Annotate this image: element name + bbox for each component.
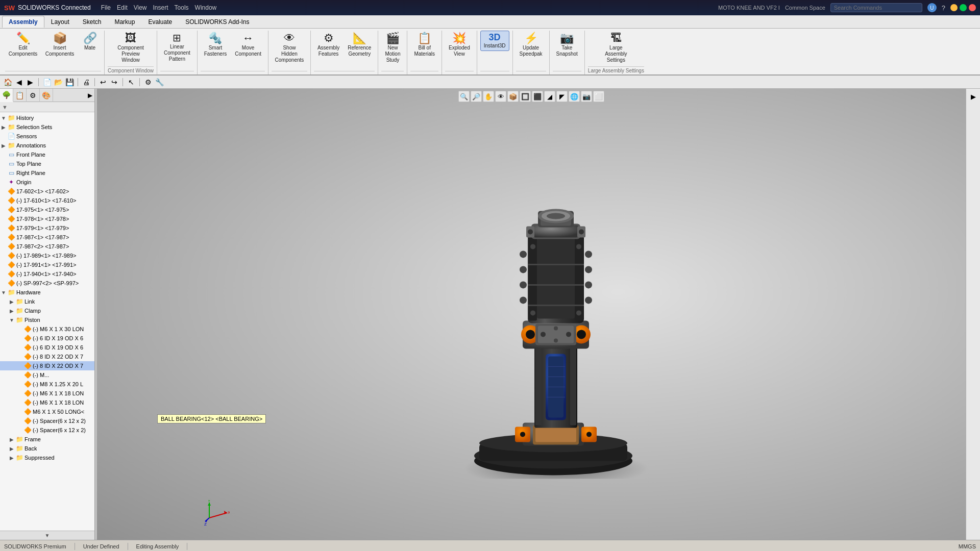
redo-icon[interactable]: ↪ xyxy=(110,78,119,87)
tree-item[interactable]: ▭Right Plane xyxy=(0,168,94,178)
take-snapshot-btn[interactable]: 📷 TakeSnapshot xyxy=(553,31,581,59)
tree-item[interactable]: ▶📁Frame xyxy=(0,435,94,444)
expand-arrow[interactable]: ▶ xyxy=(8,437,15,442)
expand-arrow[interactable]: ▼ xyxy=(0,290,7,295)
vt-hand-btn[interactable]: ✋ xyxy=(483,91,494,102)
help-btn[interactable]: ? xyxy=(942,4,945,12)
vt-cam-btn[interactable]: 📷 xyxy=(581,91,592,102)
vt-zoom-btn[interactable]: 🔎 xyxy=(471,91,482,102)
menu-tools[interactable]: Tools xyxy=(175,4,189,11)
tree-item[interactable]: ✦Origin xyxy=(0,178,94,187)
sidebar-collapse-arrow[interactable]: ▶ xyxy=(86,92,94,99)
feature-tree-tab[interactable]: 🌳 xyxy=(0,89,13,102)
open-icon[interactable]: 📂 xyxy=(54,78,63,87)
exploded-view-btn[interactable]: 💥 ExplodedView xyxy=(445,31,474,59)
bill-of-materials-btn[interactable]: 📋 Bill ofMaterials xyxy=(410,31,438,59)
property-tab[interactable]: 📋 xyxy=(13,89,27,102)
tree-item[interactable]: ▼📁Hardware xyxy=(0,288,94,297)
vt-diag1-btn[interactable]: ◢ xyxy=(544,91,555,102)
tab-evaluate[interactable]: Evaluate xyxy=(141,16,179,28)
move-component-btn[interactable]: ↔ MoveComponent xyxy=(231,31,265,59)
vt-eye-btn[interactable]: 👁 xyxy=(495,91,506,102)
tree-item[interactable]: ▼📁History xyxy=(0,113,94,122)
tree-item[interactable]: 🔶(-) Spacer(6 x 12 x 2) xyxy=(0,425,94,435)
assembly-features-btn[interactable]: ⚙ AssemblyFeatures xyxy=(314,31,343,59)
tree-item[interactable]: ▶📁Annotations xyxy=(0,141,94,150)
expand-arrow[interactable]: ▶ xyxy=(0,124,7,130)
tree-item[interactable]: 🔶(-) M... xyxy=(0,370,94,380)
vt-diag2-btn[interactable]: ◤ xyxy=(556,91,568,102)
rp-expand-icon[interactable]: ▶ xyxy=(968,91,979,102)
viewport[interactable]: 🔍 🔎 ✋ 👁 📦 🔲 ⬛ ◢ ◤ 🌐 📷 ⬜ xyxy=(97,89,966,540)
tree-item[interactable]: 🔶17-987<1> <17-987> xyxy=(0,233,94,242)
tree-item[interactable]: 🔶17-602<1> <17-602> xyxy=(0,187,94,196)
tree-item[interactable]: 🔶(-) M6 X 1 X 18 LON xyxy=(0,389,94,398)
instant3d-btn[interactable]: 3D Instant3D xyxy=(480,31,509,51)
reference-geometry-btn[interactable]: 📐 ReferenceGeometry xyxy=(344,31,375,59)
expand-arrow[interactable]: ▶ xyxy=(0,143,7,148)
expand-arrow[interactable]: ▼ xyxy=(8,317,15,323)
tree-item[interactable]: 🔶(-) 6 ID X 19 OD X 6 xyxy=(0,334,94,343)
back-icon[interactable]: ◀ xyxy=(14,78,23,87)
tree-item[interactable]: ▶📁Suppressed xyxy=(0,453,94,462)
tree-item[interactable]: 🔶(-) Spacer(6 x 12 x 2) xyxy=(0,416,94,425)
insert-components-btn[interactable]: 📦 InsertComponents xyxy=(42,31,78,59)
user-avatar[interactable]: U xyxy=(927,3,937,12)
update-speedpak-btn[interactable]: ⚡ UpdateSpeedpak xyxy=(516,31,546,59)
tab-markup[interactable]: Markup xyxy=(108,16,141,28)
options-icon[interactable]: ⚙ xyxy=(143,78,153,87)
large-assembly-btn[interactable]: 🏗 LargeAssemblySettings xyxy=(601,31,630,65)
new-motion-study-btn[interactable]: 🎬 NewMotionStudy xyxy=(381,31,404,65)
sidebar-resize-handle[interactable]: ▼ xyxy=(0,531,94,540)
undo-icon[interactable]: ↩ xyxy=(99,78,108,87)
search-commands[interactable] xyxy=(830,3,922,12)
vt-view-btn[interactable]: ⬜ xyxy=(593,91,604,102)
tree-item[interactable]: 🔶(-) 8 ID X 22 OD X 7 xyxy=(0,352,94,361)
tab-layout[interactable]: Layout xyxy=(44,16,76,28)
tree-item[interactable]: ▶📁Back xyxy=(0,444,94,453)
edit-component-btn[interactable]: ✏️ EditComponents xyxy=(5,31,41,59)
feature-tree[interactable]: ▼📁History▶📁Selection Sets📄Sensors▶📁Annot… xyxy=(0,112,94,531)
menu-insert[interactable]: Insert xyxy=(153,4,168,11)
save-icon[interactable]: 💾 xyxy=(65,78,74,87)
menu-view[interactable]: View xyxy=(134,4,147,11)
tree-item[interactable]: 🔶17-987<2> <17-987> xyxy=(0,242,94,251)
tree-item[interactable]: 🔶(-) SP-997<2> <SP-997> xyxy=(0,279,94,288)
vt-search-btn[interactable]: 🔍 xyxy=(458,91,470,102)
tree-item[interactable]: ▭Front Plane xyxy=(0,150,94,159)
home-icon[interactable]: 🏠 xyxy=(3,78,12,87)
tree-item[interactable]: ▶📁Link xyxy=(0,297,94,306)
expand-arrow[interactable]: ▶ xyxy=(8,308,15,314)
settings-icon[interactable]: 🔧 xyxy=(155,78,164,87)
smart-fasteners-btn[interactable]: 🔩 SmartFasteners xyxy=(201,31,230,59)
vt-globe-btn[interactable]: 🌐 xyxy=(569,91,580,102)
tree-item[interactable]: ▶📁Selection Sets xyxy=(0,122,94,132)
expand-arrow[interactable]: ▶ xyxy=(8,299,15,305)
tree-item[interactable]: 🔶(-) 8 ID X 22 OD X 7 xyxy=(0,361,94,370)
tab-sketch[interactable]: Sketch xyxy=(76,16,108,28)
forward-icon[interactable]: ▶ xyxy=(26,78,35,87)
tree-item[interactable]: 🔶17-975<1> <17-975> xyxy=(0,205,94,214)
print-icon[interactable]: 🖨 xyxy=(82,78,91,87)
select-icon[interactable]: ↖ xyxy=(127,78,136,87)
linear-pattern-btn[interactable]: ⊞ LinearComponentPattern xyxy=(160,31,194,64)
close-btn[interactable] xyxy=(969,4,976,11)
tree-item[interactable]: 📄Sensors xyxy=(0,132,94,141)
config-tab[interactable]: ⚙ xyxy=(27,89,40,102)
component-preview-btn[interactable]: 🖼 ComponentPreviewWindow xyxy=(114,31,148,65)
vt-box-btn[interactable]: 📦 xyxy=(507,91,519,102)
show-hidden-btn[interactable]: 👁 ShowHiddenComponents xyxy=(272,31,307,65)
tree-item[interactable]: 🔶(-) M6 X 1 X 30 LON xyxy=(0,324,94,334)
mate-btn[interactable]: 🔗 Mate xyxy=(79,31,101,53)
minimize-btn[interactable] xyxy=(950,4,958,11)
expand-arrow[interactable]: ▶ xyxy=(8,446,15,452)
expand-arrow[interactable]: ▶ xyxy=(8,455,15,461)
expand-arrow[interactable]: ▼ xyxy=(0,115,7,121)
tree-item[interactable]: 🔶17-978<1> <17-978> xyxy=(0,214,94,223)
tree-item[interactable]: ▶📁Clamp xyxy=(0,306,94,315)
tree-item[interactable]: 🔶(-) 6 ID X 19 OD X 6 xyxy=(0,343,94,352)
menu-window[interactable]: Window xyxy=(195,4,217,11)
tree-item[interactable]: 🔶(-) M6 X 1 X 18 LON xyxy=(0,398,94,407)
tab-addins[interactable]: SOLIDWORKS Add-Ins xyxy=(179,16,256,28)
menu-edit[interactable]: Edit xyxy=(117,4,128,11)
